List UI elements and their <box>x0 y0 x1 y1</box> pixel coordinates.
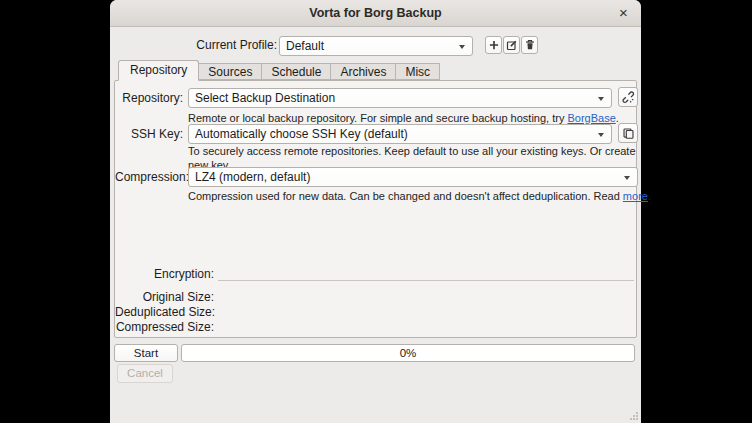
tab-bar: Repository Sources Schedule Archives Mis… <box>118 60 440 80</box>
start-backup-button[interactable]: Start Backup <box>114 344 178 362</box>
tab-sources[interactable]: Sources <box>198 63 262 80</box>
repository-tab-panel: Repository: Select Backup Destination Re… <box>114 80 637 338</box>
ssh-key-select[interactable]: Automatically choose SSH Key (default) <box>188 124 612 144</box>
compression-label: Compression: <box>115 170 183 184</box>
tab-archives[interactable]: Archives <box>330 63 396 80</box>
repository-help-prefix: Remote or local backup repository. For s… <box>188 112 567 124</box>
encryption-value-field <box>218 265 634 281</box>
tab-repository[interactable]: Repository <box>118 60 199 81</box>
compression-help-text: Compression used for new data. Can be ch… <box>188 190 656 204</box>
chevron-down-icon <box>598 133 604 137</box>
chevron-down-icon <box>624 176 630 180</box>
compression-select-value: LZ4 (modern, default) <box>195 170 310 184</box>
ssh-key-select-value: Automatically choose SSH Key (default) <box>195 127 408 141</box>
compression-help-suffix: . <box>648 190 651 202</box>
repository-label: Repository: <box>115 91 183 105</box>
delete-profile-button[interactable] <box>521 36 538 54</box>
repository-select[interactable]: Select Backup Destination <box>188 88 612 108</box>
tab-schedule[interactable]: Schedule <box>261 63 331 80</box>
tab-misc[interactable]: Misc <box>395 63 440 80</box>
vorta-window: Vorta for Borg Backup × Current Profile:… <box>110 0 641 423</box>
plus-icon <box>488 39 500 51</box>
deduplicated-size-label: Deduplicated Size: <box>115 305 214 319</box>
unlink-repository-button[interactable] <box>618 87 638 107</box>
add-profile-button[interactable] <box>485 36 502 54</box>
titlebar[interactable]: Vorta for Borg Backup × <box>110 0 641 27</box>
edit-icon <box>506 39 518 51</box>
copy-ssh-key-button[interactable] <box>618 123 638 143</box>
borgbase-link[interactable]: BorgBase <box>567 112 615 124</box>
trash-icon <box>524 39 536 51</box>
backup-progress-bar: 0% <box>181 344 635 362</box>
current-profile-label: Current Profile: <box>110 38 277 52</box>
unlink-icon <box>622 91 635 104</box>
compression-more-link[interactable]: more <box>623 190 648 202</box>
chevron-down-icon <box>459 45 465 49</box>
window-title: Vorta for Borg Backup <box>110 0 641 27</box>
original-size-label: Original Size: <box>115 290 214 304</box>
repository-help-suffix: . <box>616 112 619 124</box>
compressed-size-label: Compressed Size: <box>115 320 214 334</box>
compression-help-prefix: Compression used for new data. Can be ch… <box>188 190 623 202</box>
ssh-key-label: SSH Key: <box>115 127 183 141</box>
profile-select-value: Default <box>286 39 324 53</box>
resize-grip[interactable] <box>629 411 639 421</box>
compression-select[interactable]: LZ4 (modern, default) <box>188 167 638 187</box>
edit-profile-button[interactable] <box>503 36 520 54</box>
encryption-label: Encryption: <box>115 267 214 281</box>
chevron-down-icon <box>598 97 604 101</box>
cancel-button[interactable]: Cancel <box>117 364 173 383</box>
profile-select[interactable]: Default <box>279 36 473 56</box>
desktop-background: Vorta for Borg Backup × Current Profile:… <box>0 0 752 423</box>
repository-select-value: Select Backup Destination <box>195 91 335 105</box>
copy-icon <box>622 127 635 140</box>
close-icon[interactable]: × <box>614 4 633 23</box>
